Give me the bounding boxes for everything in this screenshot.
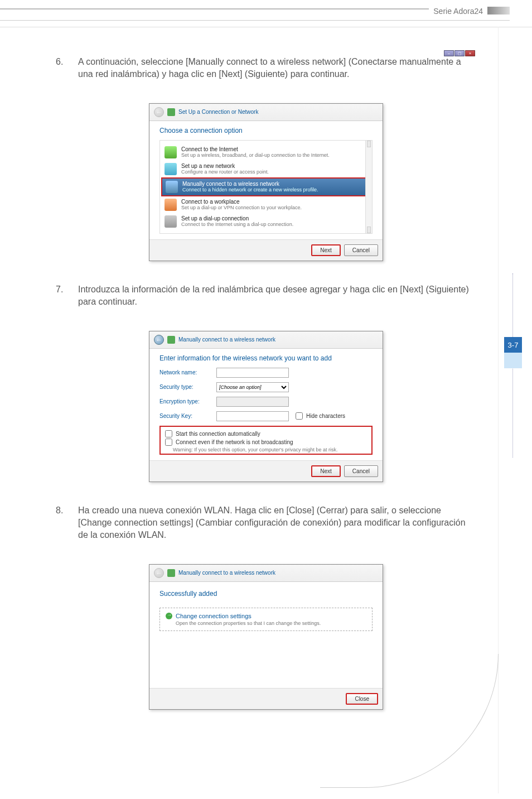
option-connect-internet[interactable]: Connect to the Internet Set up a wireles… <box>161 144 371 161</box>
header-series: Serie Adora24 <box>429 7 487 16</box>
dialog-body: Choose a connection option Connect to th… <box>149 121 383 239</box>
building-icon <box>165 199 177 211</box>
close-button[interactable]: Close <box>346 693 378 705</box>
label-network-name: Network name: <box>159 369 210 376</box>
page-number-tab-shadow <box>504 353 522 368</box>
input-encryption-type <box>216 397 289 407</box>
option-title: Connect to a workplace <box>181 199 367 205</box>
step-number: 8. <box>56 504 67 542</box>
cancel-button[interactable]: Cancel <box>344 465 378 477</box>
dialog-heading: Choose a connection option <box>159 127 373 134</box>
dialog-body: Successfully added Change connection set… <box>149 582 383 688</box>
checkbox-start-auto[interactable] <box>165 430 172 437</box>
option-new-network[interactable]: Set up a new network Configure a new rou… <box>161 161 371 177</box>
back-icon: ← <box>154 107 164 117</box>
minimize-button[interactable]: – <box>444 50 454 56</box>
back-icon: ← <box>154 568 164 578</box>
globe-icon <box>165 146 177 158</box>
change-settings-label: Change connection settings <box>176 613 252 619</box>
dialog-title: Manually connect to a wireless network <box>178 336 275 343</box>
dialog-title-bar: ← Set Up a Connection or Network <box>149 104 383 121</box>
header-accent <box>487 7 510 15</box>
maximize-button[interactable]: ▢ <box>454 50 465 56</box>
dialog-footer: Next Cancel <box>149 460 383 482</box>
screenshot-7: – ▢ × ← Manually connect to a wireless n… <box>56 331 476 482</box>
checkbox-connect-broadcast[interactable] <box>165 439 172 446</box>
close-button[interactable]: × <box>465 50 475 56</box>
arrow-icon <box>166 613 172 619</box>
page-content: 6. A continuación, seleccione [Manually … <box>56 56 476 732</box>
back-button[interactable]: ← <box>154 335 164 345</box>
row-encryption-type: Encryption type: <box>159 397 373 407</box>
step-number: 6. <box>56 56 67 81</box>
row-start-auto: Start this connection automatically <box>163 430 369 437</box>
option-subtitle: Set up a dial-up or VPN connection to yo… <box>181 205 367 210</box>
dialog-body: Enter information for the wireless netwo… <box>149 349 383 460</box>
warning-text: Warning: If you select this option, your… <box>163 447 369 453</box>
option-subtitle: Connect to a hidden network or create a … <box>182 187 366 192</box>
change-settings-sub: Open the connection properties so that I… <box>166 620 366 626</box>
dialog-title-bar: ← Manually connect to a wireless network <box>149 331 383 349</box>
next-button[interactable]: Next <box>311 465 341 477</box>
page-divider <box>0 27 532 27</box>
next-button[interactable]: Next <box>311 244 341 256</box>
option-subtitle: Connect to the Internet using a dial-up … <box>181 222 367 227</box>
label-connect-broadcast: Connect even if the network is not broad… <box>176 439 293 445</box>
option-subtitle: Configure a new router or access point. <box>181 169 367 175</box>
label-hide-characters: Hide characters <box>306 413 345 419</box>
dialog-heading: Enter information for the wireless netwo… <box>159 354 373 362</box>
network-icon <box>167 569 175 577</box>
option-dialup[interactable]: Set up a dial-up connection Connect to t… <box>161 213 371 230</box>
label-encryption-type: Encryption type: <box>159 398 210 405</box>
step-6: 6. A continuación, seleccione [Manually … <box>56 56 476 81</box>
scrollbar[interactable] <box>365 141 372 233</box>
highlighted-options: Start this connection automatically Conn… <box>159 426 373 455</box>
input-network-name[interactable] <box>216 368 289 378</box>
row-network-name: Network name: <box>159 368 373 378</box>
dialog-manual-connect: – ▢ × ← Manually connect to a wireless n… <box>149 331 383 482</box>
option-manual-wireless[interactable]: Manually connect to a wireless network C… <box>161 177 371 196</box>
row-security-key: Security Key: Hide characters <box>159 411 373 421</box>
option-subtitle: Set up a wireless, broadband, or dial-up… <box>181 152 367 158</box>
window-controls: – ▢ × <box>444 50 475 56</box>
dialog-setup-connection: – ▢ × ← Set Up a Connection or Network C… <box>149 103 383 261</box>
network-icon <box>167 336 175 344</box>
wireless-icon <box>166 181 178 193</box>
row-connect-broadcast: Connect even if the network is not broad… <box>163 439 369 446</box>
option-title: Manually connect to a wireless network <box>182 181 366 187</box>
step-text: Introduzca la información de la red inal… <box>78 283 476 309</box>
dialog-title: Set Up a Connection or Network <box>178 109 258 115</box>
dialog-heading: Successfully added <box>159 590 373 598</box>
step-8: 8. Ha creado una nueva conexión WLAN. Ha… <box>56 504 476 542</box>
option-title: Set up a new network <box>181 163 367 169</box>
change-settings-box[interactable]: Change connection settings Open the conn… <box>159 608 373 631</box>
cancel-button[interactable]: Cancel <box>344 244 378 256</box>
dialog-title-bar: ← Manually connect to a wireless network <box>149 565 383 582</box>
change-settings-link[interactable]: Change connection settings <box>166 613 366 619</box>
label-security-type: Security type: <box>159 384 210 390</box>
page-number-tab: 3-7 <box>504 337 522 353</box>
select-security-type[interactable]: [Choose an option] <box>216 382 289 392</box>
row-security-type: Security type: [Choose an option] <box>159 382 373 392</box>
screenshot-8: – ▢ × ← Manually connect to a wireless n… <box>56 564 476 710</box>
label-security-key: Security Key: <box>159 413 210 419</box>
dialog-footer: Close <box>149 688 383 709</box>
connection-option-list: Connect to the Internet Set up a wireles… <box>159 140 373 234</box>
input-security-key[interactable] <box>216 411 289 421</box>
dialog-title: Manually connect to a wireless network <box>178 570 275 576</box>
label-start-auto: Start this connection automatically <box>176 431 260 437</box>
option-title: Connect to the Internet <box>181 146 367 152</box>
screenshot-6: – ▢ × ← Set Up a Connection or Network C… <box>56 103 476 261</box>
option-title: Set up a dial-up connection <box>181 215 367 222</box>
step-number: 7. <box>56 283 67 309</box>
step-text: Ha creado una nueva conexión WLAN. Haga … <box>78 504 476 542</box>
option-workplace[interactable]: Connect to a workplace Set up a dial-up … <box>161 196 371 213</box>
step-text: A continuación, seleccione [Manually con… <box>78 56 476 81</box>
router-icon <box>165 163 177 175</box>
step-7: 7. Introduzca la información de la red i… <box>56 283 476 309</box>
checkbox-hide-characters[interactable] <box>296 412 303 420</box>
phone-icon <box>165 215 177 228</box>
dialog-success: – ▢ × ← Manually connect to a wireless n… <box>149 564 383 710</box>
network-icon <box>167 108 175 116</box>
dialog-footer: Next Cancel <box>149 239 383 261</box>
